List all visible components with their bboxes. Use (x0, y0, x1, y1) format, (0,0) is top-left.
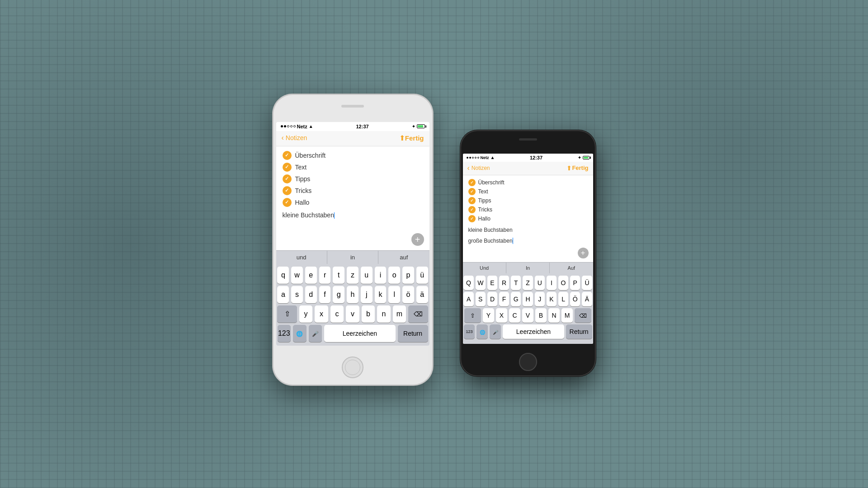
key-t[interactable]: t (333, 267, 344, 284)
key-w[interactable]: w (291, 267, 303, 284)
key-z[interactable]: z (347, 267, 359, 284)
add-item-button-dark[interactable]: + (578, 248, 589, 258)
key-return[interactable]: Return (398, 325, 428, 342)
predictive-item-2[interactable]: in (327, 251, 378, 264)
key-dD[interactable]: D (487, 292, 497, 306)
home-button-white[interactable] (342, 357, 363, 378)
key-dM[interactable]: M (561, 308, 573, 323)
key-l[interactable]: l (388, 286, 400, 303)
dot-1 (281, 125, 283, 127)
key-dJ[interactable]: J (535, 292, 545, 306)
key-dZ[interactable]: Z (523, 276, 533, 290)
key-u[interactable]: u (361, 267, 373, 284)
key-dF[interactable]: F (499, 292, 509, 306)
key-k[interactable]: k (375, 286, 387, 303)
done-button[interactable]: Fertig (405, 134, 424, 142)
key-row-4: 123 Leerzeichen Return (278, 325, 428, 342)
key-dO[interactable]: O (558, 276, 568, 290)
key-123-dark[interactable]: 123 (464, 324, 475, 339)
key-dV[interactable]: V (522, 308, 533, 323)
key-dG[interactable]: G (511, 292, 521, 306)
key-dI[interactable]: I (547, 276, 557, 290)
done-button-dark[interactable]: Fertig (572, 164, 588, 171)
carrier-label: Netz (297, 124, 307, 129)
key-dU[interactable]: U (535, 276, 545, 290)
key-dH[interactable]: H (523, 292, 533, 306)
back-label-dark: Notizen (472, 165, 490, 171)
key-dY[interactable]: Y (483, 308, 494, 323)
key-dB[interactable]: B (535, 308, 547, 323)
predictive-item-d1[interactable]: Und (463, 263, 506, 273)
key-dS[interactable]: S (476, 292, 486, 306)
key-space-dark[interactable]: Leerzeichen (503, 324, 564, 339)
key-mic[interactable] (309, 325, 322, 342)
key-shift[interactable] (277, 305, 297, 323)
key-c[interactable]: c (330, 305, 344, 323)
back-button[interactable]: ‹ Notizen (282, 134, 307, 142)
key-dR[interactable]: R (499, 276, 509, 290)
key-delete-dark[interactable] (575, 308, 591, 323)
share-button-dark[interactable]: ⬆ (566, 164, 572, 172)
list-item-d3: Tipps (468, 197, 588, 204)
status-left: Netz ▲ (281, 124, 313, 129)
key-dX[interactable]: X (496, 308, 507, 323)
share-button[interactable]: ⬆ (399, 134, 405, 142)
key-o[interactable]: o (388, 267, 400, 284)
key-v[interactable]: v (346, 305, 359, 323)
key-shift-dark[interactable] (464, 308, 481, 323)
key-d[interactable]: d (305, 286, 317, 303)
key-dK[interactable]: K (547, 292, 557, 306)
key-m[interactable]: m (393, 305, 406, 323)
key-space[interactable]: Leerzeichen (324, 325, 395, 342)
back-button-dark[interactable]: ‹ Notizen (467, 164, 490, 172)
key-b[interactable]: b (362, 305, 375, 323)
key-ae[interactable]: ä (416, 286, 428, 303)
key-dE[interactable]: E (487, 276, 497, 290)
check-circle-3 (283, 174, 292, 183)
key-dUE[interactable]: Ü (582, 276, 592, 290)
key-f[interactable]: f (319, 286, 331, 303)
key-globe[interactable] (293, 325, 307, 342)
key-s[interactable]: s (291, 286, 303, 303)
key-e[interactable]: e (305, 267, 317, 284)
dot-d3 (472, 157, 474, 159)
key-a[interactable]: a (277, 286, 289, 303)
key-j[interactable]: j (361, 286, 373, 303)
key-dP[interactable]: P (570, 276, 580, 290)
key-dL[interactable]: L (558, 292, 568, 306)
home-button-dark[interactable] (519, 353, 537, 371)
key-dA[interactable]: A (463, 292, 473, 306)
key-globe-dark[interactable] (476, 324, 488, 339)
key-ue[interactable]: ü (416, 267, 428, 284)
key-h[interactable]: h (347, 286, 359, 303)
key-r[interactable]: r (319, 267, 331, 284)
dot-3 (287, 125, 289, 127)
key-row-1: q w e r t z u i o p ü (278, 267, 428, 284)
key-g[interactable]: g (333, 286, 344, 303)
key-return-dark[interactable]: Return (566, 324, 592, 339)
key-dW[interactable]: W (476, 276, 486, 290)
key-q[interactable]: q (277, 267, 289, 284)
key-dT[interactable]: T (511, 276, 521, 290)
key-i[interactable]: i (375, 267, 387, 284)
key-dQ[interactable]: Q (463, 276, 473, 290)
key-x[interactable]: x (315, 305, 328, 323)
predictive-item-d3[interactable]: Auf (550, 263, 593, 273)
key-delete[interactable] (408, 305, 428, 323)
key-dAE[interactable]: Ä (582, 292, 592, 306)
delete-icon-dark (579, 312, 587, 319)
check-circle-2 (283, 163, 292, 172)
predictive-item-d2[interactable]: In (506, 263, 550, 273)
predictive-item-3[interactable]: auf (378, 251, 429, 264)
predictive-item-1[interactable]: und (276, 251, 327, 264)
key-dN[interactable]: N (548, 308, 560, 323)
key-123[interactable]: 123 (278, 325, 291, 342)
add-item-button[interactable]: + (411, 233, 424, 246)
key-y[interactable]: y (299, 305, 313, 323)
key-n[interactable]: n (377, 305, 391, 323)
key-dC[interactable]: C (509, 308, 520, 323)
key-oe[interactable]: ö (402, 286, 414, 303)
key-dOE[interactable]: Ö (570, 292, 580, 306)
key-mic-dark[interactable] (490, 324, 501, 339)
key-p[interactable]: p (402, 267, 414, 284)
